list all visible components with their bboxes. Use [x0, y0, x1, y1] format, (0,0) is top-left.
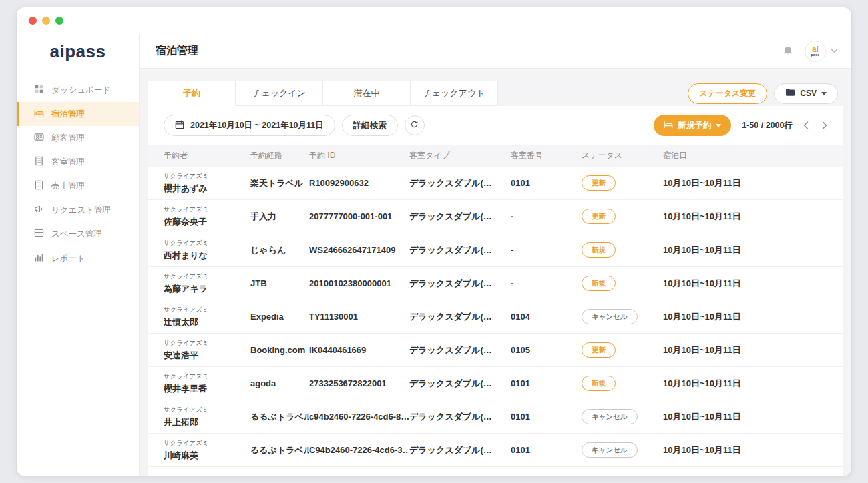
detail-search-label: 詳細検索: [353, 120, 387, 131]
booking-channel: 手入力: [250, 211, 309, 223]
room-type: デラックスダブル(…: [409, 444, 511, 456]
status-badge[interactable]: 新規: [582, 276, 616, 291]
status-badge[interactable]: 更新: [582, 342, 616, 358]
bed-icon: [34, 108, 44, 120]
guest-name: 安達浩平: [164, 350, 245, 362]
traffic-light-close-icon[interactable]: [29, 17, 37, 25]
guest-name: 櫻井あずみ: [164, 183, 245, 195]
table-row[interactable]: サクライアズミ 櫻井李里香 agoda 2733253672822001 デラッ…: [148, 367, 843, 400]
room-number: -: [511, 278, 582, 288]
chevron-down-icon: [831, 49, 838, 53]
pagination-label: 1-50 / 2000行: [742, 120, 793, 131]
refresh-button[interactable]: [405, 115, 425, 135]
booking-id: TY11130001: [309, 312, 409, 322]
room-type: デラックスダブル(…: [409, 211, 511, 223]
user-menu[interactable]: ai pass: [805, 41, 838, 62]
booking-channel: Booking.com: [250, 345, 309, 355]
new-reservation-button[interactable]: 新規予約: [654, 115, 731, 136]
sidebar-item-request-management[interactable]: リクエスト管理: [17, 198, 139, 222]
sidebar-item-label: スペース管理: [51, 229, 102, 240]
guest-furigana: サクライアズミ: [164, 306, 245, 314]
status-badge[interactable]: キャンセル: [582, 309, 638, 324]
caret-down-icon: [821, 92, 827, 95]
detail-search-button[interactable]: 詳細検索: [342, 115, 398, 136]
sidebar-item-label: 売上管理: [51, 181, 85, 192]
status-badge[interactable]: キャンセル: [582, 409, 638, 424]
tab-checkin[interactable]: チェックイン: [235, 81, 323, 106]
sidebar-item-space-management[interactable]: スペース管理: [17, 222, 139, 246]
sidebar-item-sales-management[interactable]: 売上管理: [17, 174, 139, 198]
sidebar-item-label: リクエスト管理: [51, 205, 111, 216]
content-area: 予約 チェックイン 滞在中 チェックアウト ステータス変更 CSV: [140, 69, 851, 476]
stay-date: 10月10日~10月11日: [663, 411, 827, 423]
next-page-button[interactable]: [822, 121, 827, 129]
table-row[interactable]: サクライアズミ 為藤アキラ JTB 20100102380000001 デラック…: [148, 267, 843, 300]
column-header-guest: 予約者: [164, 150, 250, 161]
date-range-label: 2021年10月10日 ~ 2021年10月11日: [190, 120, 324, 131]
csv-label: CSV: [800, 89, 817, 98]
room-type: デラックスダブル(…: [409, 411, 511, 423]
status-badge[interactable]: 新規: [582, 376, 616, 391]
room-number: -: [511, 245, 582, 255]
traffic-light-zoom-icon[interactable]: [55, 17, 63, 25]
guest-furigana: サクライアズミ: [164, 406, 245, 414]
table-row[interactable]: サクライアズミ 川崎麻美 るるぶトラベル C94b2460-7226-4cd6-…: [148, 434, 843, 467]
notification-bell-icon[interactable]: [782, 45, 794, 57]
sidebar-item-dashboard[interactable]: ダッシュボード: [17, 78, 139, 102]
sidebar-nav: ダッシュボード 宿泊管理 顧客管理 客室管理 売上管理: [17, 69, 139, 270]
table-row[interactable]: サクライアズミ 西村まりな じゃらん WS246662647171409 デラッ…: [148, 233, 843, 267]
csv-export-button[interactable]: CSV: [774, 83, 838, 104]
table-row[interactable]: サクライアズミ 佐藤奈央子 手入力 2077777000-001-001 デラッ…: [148, 200, 843, 233]
booking-id: c94b2460-7226-4cd6-8…: [309, 412, 409, 422]
status-badge[interactable]: 更新: [582, 209, 616, 224]
sidebar-item-report[interactable]: レポート: [17, 246, 139, 270]
status-badge[interactable]: 新規: [582, 242, 616, 258]
booking-channel: Expedia: [250, 312, 309, 322]
tab-reservation[interactable]: 予約: [148, 81, 236, 106]
room-type: デラックスダブル(…: [409, 244, 511, 256]
bed-icon: [664, 121, 673, 131]
table-row[interactable]: サクライアズミ 井上拓郎 るるぶトラベル c94b2460-7226-4cd6-…: [148, 400, 843, 434]
booking-id: 2733253672822001: [309, 378, 409, 388]
date-range-filter[interactable]: 2021年10月10日 ~ 2021年10月11日: [164, 115, 335, 136]
sidebar-item-label: ダッシュボード: [51, 85, 111, 96]
guest-name: 為藤アキラ: [164, 283, 245, 295]
ledger-icon: [34, 180, 44, 192]
column-header-room-number: 客室番号: [511, 150, 582, 161]
logo-wrap: aipass: [17, 34, 139, 69]
filter-row: 2021年10月10日 ~ 2021年10月11日 詳細検索 新規予約: [148, 106, 843, 145]
status-badge[interactable]: 更新: [582, 175, 616, 191]
guest-name: 佐藤奈央子: [164, 216, 245, 228]
sidebar-item-label: レポート: [51, 253, 85, 264]
table-header: 予約者 予約経路 予約 ID 客室タイプ 客室番号 ステータス 宿泊日: [148, 145, 843, 167]
reservation-panel: 2021年10月10日 ~ 2021年10月11日 詳細検索 新規予約: [148, 106, 843, 476]
sidebar-item-customer-management[interactable]: 顧客管理: [17, 126, 139, 150]
guest-furigana: サクライアズミ: [164, 205, 245, 214]
table-row[interactable]: サクライアズミ 安達浩平 Booking.com IK0440461669 デラ…: [148, 334, 843, 367]
customers-icon: [34, 132, 44, 144]
tab-staying[interactable]: 滞在中: [322, 81, 411, 106]
guest-name: 川崎麻美: [164, 450, 245, 462]
status-badge[interactable]: キャンセル: [582, 442, 638, 458]
stay-date: 10月10日~10月11日: [663, 211, 827, 223]
booking-id: IK0440461669: [309, 345, 409, 355]
sidebar: aipass ダッシュボード 宿泊管理 顧客管理 客室管理: [17, 34, 140, 476]
app-window: aipass ダッシュボード 宿泊管理 顧客管理 客室管理: [16, 7, 852, 476]
table-row[interactable]: サクライアズミ 辻慎太郎 Expedia TY11130001 デラックスダブル…: [148, 300, 843, 334]
sidebar-item-room-management[interactable]: 客室管理: [17, 150, 139, 174]
avatar-text-bottom: pass: [811, 53, 820, 57]
status-change-button[interactable]: ステータス変更: [688, 83, 767, 104]
dashboard-icon: [34, 84, 44, 96]
traffic-light-minimize-icon[interactable]: [42, 17, 50, 25]
prev-page-button[interactable]: [803, 121, 809, 129]
new-reservation-label: 新規予約: [678, 120, 711, 131]
guest-name: 西村まりな: [164, 250, 245, 262]
user-avatar[interactable]: ai pass: [805, 41, 826, 62]
sidebar-item-stay-management[interactable]: 宿泊管理: [17, 102, 139, 126]
guest-furigana: サクライアズミ: [164, 239, 245, 248]
booking-id: C94b2460-7226-4cd6-3…: [309, 445, 409, 455]
tab-checkout[interactable]: チェックアウト: [410, 81, 498, 106]
table-row[interactable]: サクライアズミ 櫻井あずみ 楽天トラベル R10092900632 デラックスダ…: [148, 167, 843, 200]
window-titlebar: [17, 7, 851, 34]
bar-chart-icon: [34, 252, 44, 264]
